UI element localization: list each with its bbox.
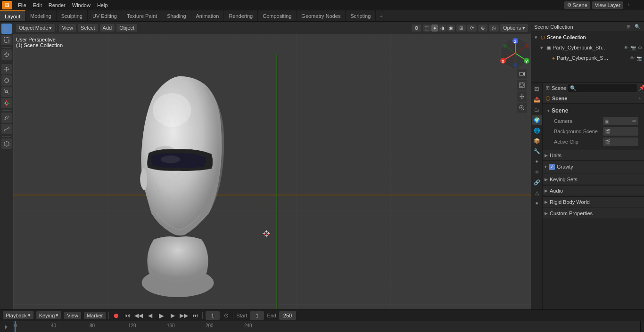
props-tab-modifiers[interactable]: 🔧 [532, 146, 542, 156]
solid-mode-btn[interactable]: ● [431, 24, 438, 32]
tab-shading[interactable]: Shading [162, 10, 191, 21]
mat-render-icon[interactable]: 📷 [636, 56, 642, 61]
viewport-shading-dropdown[interactable]: ⚙ [412, 24, 421, 32]
menu-window[interactable]: Window [69, 1, 93, 9]
menu-help[interactable]: Help [94, 1, 111, 9]
menu-file[interactable]: File [15, 1, 29, 9]
props-pin-icon[interactable]: 📌 [639, 85, 644, 91]
tool-transform[interactable] [1, 98, 12, 108]
keying-sets-section-header[interactable]: ▶ Keying Sets [543, 174, 644, 184]
settings-icon[interactable]: ⚙ [638, 45, 642, 50]
jump-end-btn[interactable]: ⏭ [191, 311, 199, 320]
outliner-filter-icon[interactable]: ⊞ [625, 23, 632, 31]
prev-keyframe-btn[interactable]: ◀◀ [134, 311, 143, 320]
plus-icon[interactable]: + [625, 1, 633, 9]
blender-logo[interactable]: B [2, 1, 12, 9]
tab-add-button[interactable]: + [376, 12, 386, 20]
proportional-edit-toggle[interactable]: ◎ [489, 24, 499, 32]
material-preview-btn[interactable]: ◑ [438, 24, 446, 32]
tool-cursor[interactable] [1, 49, 12, 60]
props-tab-render[interactable]: 🖼 [532, 84, 542, 94]
overlay-dropdown[interactable]: ⊞ [456, 24, 466, 32]
gizmo-toggle[interactable]: ⟳ [467, 24, 477, 32]
scene-section-header[interactable]: ▾ Scene [546, 105, 640, 116]
tool-scale[interactable] [1, 87, 12, 97]
start-frame-field[interactable]: 1 [250, 311, 264, 320]
object-mode-dropdown[interactable]: Object Mode ▾ [16, 24, 55, 32]
props-tab-scene[interactable]: 🌍 [532, 115, 542, 125]
render-icon[interactable]: 📷 [630, 45, 636, 50]
tab-rendering[interactable]: Rendering [224, 10, 258, 21]
zoom-view-btn[interactable] [517, 103, 527, 113]
view-layer-dropdown[interactable]: View Layer [592, 1, 623, 9]
menu-edit[interactable]: Edit [30, 1, 45, 9]
scene-header-new-btn[interactable]: + [638, 96, 641, 101]
render-region-btn[interactable] [517, 80, 527, 90]
tab-geometry-nodes[interactable]: Geometry Nodes [297, 10, 346, 21]
tab-animation[interactable]: Animation [191, 10, 224, 21]
tool-select[interactable] [1, 24, 12, 34]
rendered-mode-btn[interactable]: ◉ [447, 24, 455, 32]
menu-render[interactable]: Render [46, 1, 68, 9]
playback-menu[interactable]: Playback ▾ [3, 311, 33, 319]
mat-visibility-icon[interactable]: 👁 [630, 56, 635, 61]
record-btn[interactable]: ⏺ [112, 311, 120, 320]
timeline-playhead[interactable] [15, 321, 16, 332]
tool-box-select[interactable] [1, 35, 12, 45]
options-dropdown[interactable]: Options ▾ [500, 24, 528, 32]
props-tab-physics[interactable]: ⚛ [532, 167, 542, 177]
minus-icon[interactable]: − [635, 1, 642, 9]
outliner-item-collection[interactable]: ▾ ⬡ Scene Collection [531, 32, 644, 42]
viewport-object-menu[interactable]: Object [116, 24, 137, 32]
timeline-scrollbar[interactable] [640, 321, 644, 332]
custom-props-section-header[interactable]: ▶ Custom Properties [543, 208, 644, 218]
pan-view-btn[interactable] [517, 91, 527, 102]
camera-value-field[interactable]: ▣ ✏ [603, 117, 638, 125]
props-tab-object[interactable]: 📦 [532, 136, 542, 146]
timeline-ruler[interactable]: 0 40 80 120 160 200 240 [13, 321, 640, 332]
props-tab-particles[interactable]: ✦ [532, 156, 542, 167]
active-clip-value-field[interactable]: 🎬 [603, 138, 638, 146]
render-engine-dropdown[interactable]: ⚙ Scene [564, 1, 590, 9]
tool-move[interactable] [1, 64, 12, 74]
props-tab-constraints[interactable]: 🔗 [532, 177, 542, 187]
view-menu[interactable]: View [64, 312, 81, 319]
marker-menu[interactable]: Marker [84, 312, 106, 319]
play-btn[interactable]: ▶ [157, 311, 165, 320]
tab-scripting[interactable]: Scripting [346, 10, 376, 21]
tab-modeling[interactable]: Modeling [25, 10, 57, 21]
units-section-header[interactable]: ▶ Units [543, 150, 644, 160]
props-search-input[interactable] [568, 84, 637, 92]
jump-start-btn[interactable]: ⏮ [123, 311, 132, 320]
prev-frame-btn[interactable]: ◀ [146, 311, 154, 320]
navigation-gizmo[interactable]: Z Y X [499, 37, 527, 65]
3d-viewport[interactable]: Object Mode ▾ View Select Add Object ⚙ ⬚… [13, 22, 531, 309]
current-frame-display[interactable]: 1 [206, 311, 220, 320]
keying-menu[interactable]: Keying ▾ [36, 311, 62, 319]
tool-add-cube[interactable] [1, 138, 12, 149]
end-frame-field[interactable]: 250 [279, 311, 296, 320]
props-tab-data[interactable]: △ [532, 187, 542, 198]
next-frame-btn[interactable]: ▶ [168, 311, 177, 320]
tool-rotate[interactable] [1, 75, 12, 86]
rigid-body-world-section-header[interactable]: ▶ Rigid Body World [543, 196, 644, 207]
3d-cursor[interactable] [262, 229, 269, 236]
viewport-select-menu[interactable]: Select [78, 24, 98, 32]
props-tab-material[interactable]: ● [532, 198, 542, 208]
tab-layout[interactable]: Layout [0, 10, 25, 21]
visibility-icon[interactable]: 👁 [624, 45, 628, 50]
props-tab-output[interactable]: 📤 [532, 94, 542, 105]
gravity-checkbox[interactable]: ✓ [549, 164, 555, 170]
tab-texture-paint[interactable]: Texture Paint [122, 10, 162, 21]
tool-measure[interactable] [1, 124, 12, 134]
snap-toggle[interactable]: ⊕ [478, 24, 487, 32]
outliner-item-mesh[interactable]: ▾ ▣ Party_Cyberpunk_Shades_Bl 👁 📷 ⚙ [531, 42, 644, 53]
tab-compositing[interactable]: Compositing [258, 10, 297, 21]
audio-section-header[interactable]: ▶ Audio [543, 185, 644, 195]
outliner-search-icon[interactable]: 🔍 [634, 23, 641, 31]
frame-step-btn[interactable]: ⊙ [223, 312, 230, 319]
viewport-view-menu[interactable]: View [59, 24, 76, 32]
outliner-item-material[interactable]: ● Party_Cyberpunk_Shade 👁 📷 [531, 53, 644, 63]
background-scene-value-field[interactable]: 🎬 [603, 127, 638, 136]
tool-annotate[interactable] [1, 113, 12, 123]
